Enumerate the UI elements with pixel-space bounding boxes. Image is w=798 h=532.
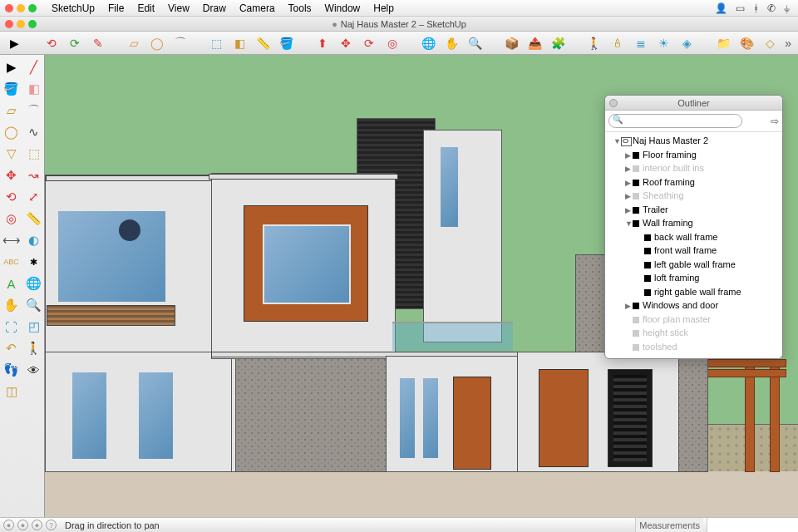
close-icon[interactable] xyxy=(609,99,618,107)
user-icon[interactable]: 👤 xyxy=(715,2,727,14)
status-icon[interactable]: ● xyxy=(3,520,14,530)
select-tool[interactable]: ▶ xyxy=(7,35,23,52)
paint-bucket-tool[interactable]: 🪣 xyxy=(278,35,295,52)
push-pull-tool[interactable]: ⬆ xyxy=(314,35,331,52)
outliner-search[interactable] xyxy=(608,114,742,128)
display-icon[interactable]: ▭ xyxy=(736,2,745,14)
look-around-tool[interactable]: 👁 xyxy=(22,359,45,381)
outliner-panel[interactable]: Outliner 🔍 ⇨ ▼Naj Haus Master 2▶Floor fr… xyxy=(604,95,783,359)
rectangle-tool[interactable]: ▱ xyxy=(126,35,142,52)
wifi-icon[interactable]: ⏚ xyxy=(784,2,790,14)
zoom-icon[interactable] xyxy=(28,20,37,28)
details-icon[interactable]: ⇨ xyxy=(771,116,779,127)
line-tool[interactable]: ✎ xyxy=(90,35,106,52)
pan-tool[interactable]: ✋ xyxy=(0,294,22,316)
zoom-extents-tool[interactable]: ⛶ xyxy=(0,316,22,337)
bluetooth-icon[interactable]: ᚼ xyxy=(753,2,759,14)
select-tool[interactable]: ▶ xyxy=(0,57,22,78)
section-plane-tool[interactable]: ◫ xyxy=(0,381,22,402)
paint-tool[interactable]: 🪣 xyxy=(0,78,22,100)
outliner-node[interactable]: floor plan master xyxy=(608,313,779,327)
menu-tools[interactable]: Tools xyxy=(282,1,318,16)
menu-view[interactable]: View xyxy=(161,1,196,16)
push-pull-tool[interactable]: ⬚ xyxy=(22,143,45,165)
line-tool[interactable]: ╱ xyxy=(22,57,45,78)
zoom-tool[interactable]: 🔍 xyxy=(467,35,484,52)
outliner-node[interactable]: ▶Sheathing xyxy=(608,189,779,203)
minimize-icon[interactable] xyxy=(17,4,25,12)
outliner-tree[interactable]: ▼Naj Haus Master 2▶Floor framing▶interio… xyxy=(605,132,782,358)
3dtext-tool[interactable]: A xyxy=(0,273,22,294)
orbit-tool[interactable]: 🌐 xyxy=(421,35,437,52)
walk-tool[interactable]: 👣 xyxy=(0,359,22,381)
axes-tool[interactable]: ✱ xyxy=(22,251,45,273)
tape-measure-tool[interactable]: 📏 xyxy=(255,35,272,52)
outliner-node[interactable]: back wall frame xyxy=(608,230,779,244)
text-tool[interactable]: ABC xyxy=(0,251,22,273)
help-icon[interactable]: ? xyxy=(46,520,57,530)
minimize-icon[interactable] xyxy=(17,20,25,28)
menu-window[interactable]: Window xyxy=(318,1,367,16)
zoom-window-tool[interactable]: ◰ xyxy=(22,316,45,337)
scale-tool[interactable]: ⤢ xyxy=(22,186,45,208)
arc-tool[interactable]: ⌒ xyxy=(172,35,189,52)
person-tool[interactable]: 🚶 xyxy=(586,35,603,52)
zoom-tool[interactable]: 🔍 xyxy=(22,294,45,316)
materials-tool[interactable]: 🎨 xyxy=(738,35,755,52)
circle-tool[interactable]: ◯ xyxy=(149,35,165,52)
orbit-tool[interactable]: 🌐 xyxy=(22,273,45,294)
protractor-tool[interactable]: ◐ xyxy=(22,229,45,251)
zoom-icon[interactable] xyxy=(28,4,37,12)
outliner-node[interactable]: ▼Wall framing xyxy=(608,216,779,230)
outliner-node[interactable]: front wall frame xyxy=(608,244,779,258)
overflow-icon[interactable]: » xyxy=(785,37,791,50)
menu-edit[interactable]: Edit xyxy=(131,1,161,16)
outliner-titlebar[interactable]: Outliner xyxy=(605,96,782,111)
outliner-node[interactable]: ▶interior built ins xyxy=(608,161,779,175)
outliner-node[interactable]: right gable wall frame xyxy=(608,285,779,299)
status-icon[interactable]: ● xyxy=(17,520,28,530)
outliner-node[interactable]: ▼Naj Haus Master 2 xyxy=(608,134,779,148)
move-tool[interactable]: ✥ xyxy=(337,35,354,52)
outliner-node[interactable]: loft framing xyxy=(608,271,779,285)
move-tool[interactable]: ✥ xyxy=(0,165,22,186)
app-menu[interactable]: SketchUp xyxy=(45,1,101,16)
phone-icon[interactable]: ✆ xyxy=(767,2,776,14)
close-icon[interactable] xyxy=(5,20,13,28)
outliner-node[interactable]: ▶Floor framing xyxy=(608,148,779,162)
scenes-tool[interactable]: ◇ xyxy=(761,35,778,52)
outliner-node[interactable]: ▶Roof framing xyxy=(608,175,779,190)
outliner-node[interactable]: toolshed xyxy=(608,340,779,354)
offset-tool[interactable]: ◎ xyxy=(0,208,22,229)
shadows-tool[interactable]: ☀ xyxy=(656,35,672,52)
styles-tool[interactable]: ◈ xyxy=(679,35,696,52)
menu-draw[interactable]: Draw xyxy=(196,1,233,16)
tape-tool[interactable]: 📏 xyxy=(22,208,45,229)
arc-tool[interactable]: ⌒ xyxy=(22,100,45,121)
follow-me-tool[interactable]: ↝ xyxy=(22,165,45,186)
eraser-tool[interactable]: ◧ xyxy=(232,35,249,52)
polygon-tool[interactable]: ▽ xyxy=(0,143,22,165)
outliner-node[interactable]: ▶Windows and door xyxy=(608,298,779,313)
measurements-input[interactable] xyxy=(707,518,798,532)
offset-tool[interactable]: ◎ xyxy=(384,35,401,52)
menu-help[interactable]: Help xyxy=(367,1,401,16)
make-component-tool[interactable]: ⬚ xyxy=(209,35,225,52)
extension-tool[interactable]: 🧩 xyxy=(549,35,566,52)
freehand-tool[interactable]: ∿ xyxy=(22,121,45,143)
pan-tool[interactable]: ✋ xyxy=(444,35,461,52)
redo-button[interactable]: ⟳ xyxy=(66,35,83,52)
position-camera-tool[interactable]: 🚶 xyxy=(22,337,45,359)
components-tool[interactable]: 📁 xyxy=(715,35,732,52)
circle-tool[interactable]: ◯ xyxy=(0,121,22,143)
dimension-tool[interactable]: ⟷ xyxy=(0,229,22,251)
menu-camera[interactable]: Camera xyxy=(233,1,282,16)
warehouse-upload-tool[interactable]: 📤 xyxy=(526,35,543,52)
layers-tool[interactable]: ≣ xyxy=(633,35,649,52)
outliner-node[interactable]: ▶Trailer xyxy=(608,203,779,217)
close-icon[interactable] xyxy=(5,4,13,12)
rotate-tool[interactable]: ⟳ xyxy=(361,35,377,52)
rect-tool[interactable]: ▱ xyxy=(0,100,22,121)
menu-file[interactable]: File xyxy=(101,1,131,16)
outliner-node[interactable]: left gable wall frame xyxy=(608,258,779,272)
